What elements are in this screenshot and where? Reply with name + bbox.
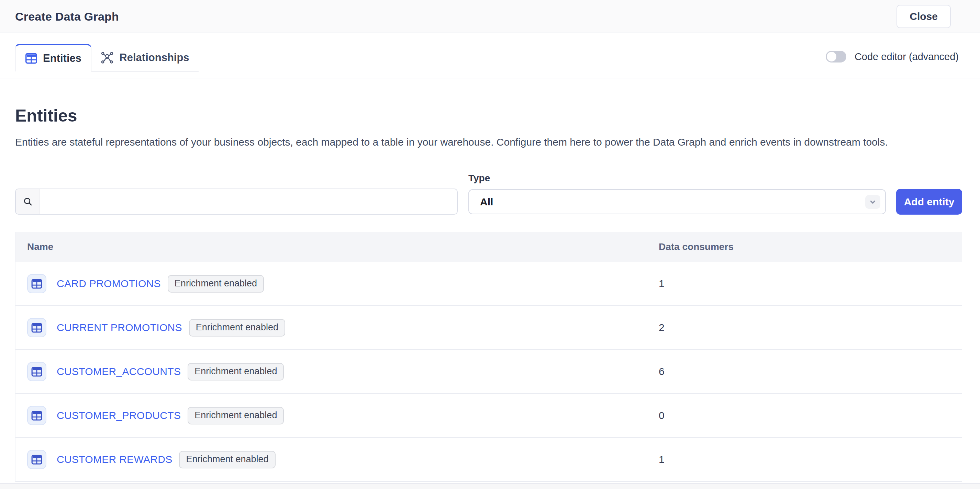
entities-table: Name Data consumers CARD PROMOTIONS Enri… xyxy=(15,232,962,482)
table-icon xyxy=(31,411,42,421)
topbar: Create Data Graph Close xyxy=(0,0,980,33)
code-editor-toggle-group: Code editor (advanced) xyxy=(826,34,959,79)
page-bottom-edge xyxy=(0,483,980,489)
entity-name-link[interactable]: CURRENT PROMOTIONS xyxy=(57,322,182,333)
enrichment-badge: Enrichment enabled xyxy=(189,319,285,337)
type-filter-label: Type xyxy=(468,173,490,184)
tab-relationships[interactable]: Relationships xyxy=(91,44,199,71)
column-header-name: Name xyxy=(27,241,53,252)
tab-entities[interactable]: Entities xyxy=(15,44,91,71)
code-editor-toggle-label: Code editor (advanced) xyxy=(854,51,959,62)
enrichment-badge: Enrichment enabled xyxy=(168,275,264,292)
entity-name-link[interactable]: CUSTOMER_PRODUCTS xyxy=(57,410,181,421)
type-select-value: All xyxy=(480,196,493,208)
data-consumers-count: 6 xyxy=(659,366,665,377)
search-input[interactable] xyxy=(40,189,457,214)
data-graph-icon xyxy=(101,51,114,64)
table-icon xyxy=(31,323,42,333)
entity-icon-box xyxy=(27,450,46,469)
close-button[interactable]: Close xyxy=(897,5,951,28)
entity-name-link[interactable]: CUSTOMER REWARDS xyxy=(57,454,172,465)
entity-name-link[interactable]: CARD PROMOTIONS xyxy=(57,278,161,289)
table-row: CUSTOMER REWARDS Enrichment enabled 1 xyxy=(16,438,962,482)
entity-icon-box xyxy=(27,274,46,293)
tab-strip: Entities Relationships Code editor (adva… xyxy=(0,34,980,79)
code-editor-toggle[interactable] xyxy=(826,51,846,62)
type-select[interactable]: All xyxy=(468,189,886,214)
toggle-knob xyxy=(827,52,836,62)
data-consumers-count: 2 xyxy=(659,322,665,333)
table-icon xyxy=(31,279,42,289)
column-header-data-consumers: Data consumers xyxy=(659,241,733,252)
entity-icon-box xyxy=(27,406,46,425)
data-consumers-count: 1 xyxy=(659,278,665,289)
tab-relationships-label: Relationships xyxy=(119,51,189,64)
section-title: Entities xyxy=(15,106,77,126)
data-consumers-count: 0 xyxy=(659,410,665,421)
tab-entities-label: Entities xyxy=(43,52,81,65)
enrichment-badge: Enrichment enabled xyxy=(179,451,275,468)
enrichment-badge: Enrichment enabled xyxy=(188,363,284,381)
table-row: CURRENT PROMOTIONS Enrichment enabled 2 xyxy=(16,306,962,350)
entity-icon-box xyxy=(27,362,46,381)
table-row: CARD PROMOTIONS Enrichment enabled 1 xyxy=(16,262,962,306)
table-icon xyxy=(25,53,37,64)
chevron-down-icon xyxy=(865,195,880,209)
page-title: Create Data Graph xyxy=(15,10,119,23)
table-icon xyxy=(31,455,42,465)
entity-icon-box xyxy=(27,318,46,337)
tab-underline xyxy=(91,71,199,71)
add-entity-button[interactable]: Add entity xyxy=(896,189,962,214)
entity-name-link[interactable]: CUSTOMER_ACCOUNTS xyxy=(57,366,181,377)
table-header: Name Data consumers xyxy=(16,232,962,262)
section-description: Entities are stateful representations of… xyxy=(15,136,888,148)
enrichment-badge: Enrichment enabled xyxy=(188,407,284,424)
search-icon-segment xyxy=(16,189,40,214)
data-consumers-count: 1 xyxy=(659,454,665,465)
search-box xyxy=(15,189,458,214)
table-row: CUSTOMER_PRODUCTS Enrichment enabled 0 xyxy=(16,394,962,438)
table-icon xyxy=(31,367,42,377)
table-row: CUSTOMER_ACCOUNTS Enrichment enabled 6 xyxy=(16,350,962,394)
search-icon xyxy=(23,197,33,207)
